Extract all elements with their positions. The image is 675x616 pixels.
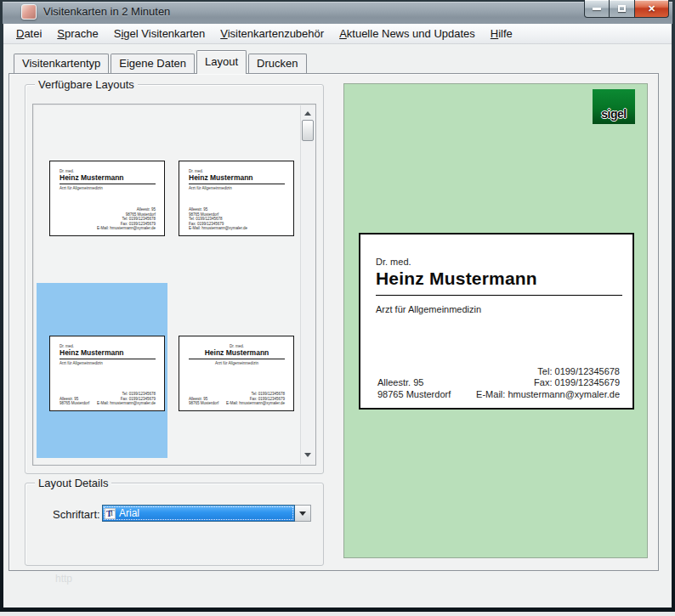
card-address: Alleestr. 9598765 Musterdorf xyxy=(377,377,451,400)
thumb-card-header: Dr. med.Heinz MustermannArzt für Allgeme… xyxy=(189,169,285,190)
sigel-logo: sigel xyxy=(593,89,635,124)
thumb-card: Dr. med.Heinz MustermannArzt für Allgeme… xyxy=(49,161,165,236)
menu-item-aktuelle-news-und-updates[interactable]: Aktuelle News und Updates xyxy=(332,24,483,43)
font-value: Arial xyxy=(119,507,139,519)
preview-panel: sigel Dr. med. Heinz Mustermann Arzt für… xyxy=(343,83,648,558)
thumb-card-header: Dr. med.Heinz MustermannArzt für Allgeme… xyxy=(60,169,156,190)
menubar: DateiSpracheSigel VisitenkartenVisitenka… xyxy=(3,24,672,44)
layouts-group-title: Verfügbare Layouts xyxy=(35,78,138,91)
maximize-button[interactable] xyxy=(610,0,635,18)
thumb-address-block: Alleestr. 9598765 Musterdorf xyxy=(189,397,218,406)
tab-strip: VisitenkartentypEigene DatenLayoutDrucke… xyxy=(14,49,309,73)
business-card-preview: Dr. med. Heinz Mustermann Arzt für Allge… xyxy=(359,233,634,410)
card-contact: Tel: 0199/12345678Fax: 0199/12345679E-Ma… xyxy=(476,366,620,401)
font-combobox[interactable]: Arial xyxy=(102,505,311,522)
menu-item-sprache[interactable]: Sprache xyxy=(49,24,105,43)
app-icon xyxy=(21,4,37,20)
maximize-icon xyxy=(618,5,626,12)
sigel-logo-text: sigel xyxy=(601,107,626,124)
card-footer: Alleestr. 9598765 Musterdorf Tel: 0199/1… xyxy=(377,366,620,401)
menu-item-hilfe[interactable]: Hilfe xyxy=(483,24,520,43)
thumb-card: Dr. med.Heinz MustermannArzt für Allgeme… xyxy=(179,336,294,411)
minimize-button[interactable] xyxy=(584,0,610,18)
layout-thumbnail-3[interactable]: Dr. med.Heinz MustermannArzt für Allgeme… xyxy=(37,283,167,458)
tab-drucken[interactable]: Drucken xyxy=(248,54,306,73)
layout-list-scrollbar[interactable] xyxy=(300,105,315,464)
thumb-contact-block: Alleestr. 9598765 MusterdorfTel: 0199/12… xyxy=(97,207,156,231)
font-combobox-dropdown-button[interactable] xyxy=(295,505,311,522)
layout-list: Dr. med.Heinz MustermannArzt für Allgeme… xyxy=(32,104,316,466)
scroll-up-icon[interactable] xyxy=(304,111,311,116)
scroll-down-icon[interactable] xyxy=(304,453,311,457)
window-controls: ✕ xyxy=(584,0,669,18)
window-title: Visitenkarten in 2 Minuten xyxy=(43,5,170,18)
window-body: DateiSpracheSigel VisitenkartenVisitenka… xyxy=(3,24,672,608)
thumb-card-header: Dr. med.Heinz MustermannArzt für Allgeme… xyxy=(60,344,156,365)
card-title: Dr. med. xyxy=(376,257,411,267)
tab-layout[interactable]: Layout xyxy=(196,50,247,74)
watermark: http xyxy=(55,573,72,585)
layouts-groupbox: Verfügbare Layouts Dr. med.Heinz Musterm… xyxy=(25,84,324,474)
scrollbar-thumb[interactable] xyxy=(302,120,314,141)
chevron-down-icon xyxy=(299,511,306,516)
card-name: Heinz Mustermann xyxy=(376,268,622,296)
titlebar[interactable]: Visitenkarten in 2 Minuten ✕ xyxy=(3,2,672,24)
font-combobox-field[interactable]: Arial xyxy=(102,505,295,522)
app-window: Visitenkarten in 2 Minuten ✕ DateiSprach… xyxy=(0,0,675,612)
thumb-card-footer: Alleestr. 9598765 MusterdorfTel: 0199/12… xyxy=(189,207,285,231)
thumb-address-block: Alleestr. 9598765 MusterdorfTel: 0199/12… xyxy=(189,207,247,231)
thumb-contact-block: Tel: 0199/12345678Fax: 0199/12345679E-Ma… xyxy=(226,392,285,406)
card-subtitle: Arzt für Allgemeinmedizin xyxy=(376,304,481,314)
thumb-contact-block: Tel: 0199/12345678Fax: 0199/12345679E-Ma… xyxy=(97,392,156,406)
layout-details-title: Layout Details xyxy=(35,477,111,489)
menu-item-visitenkartenzubeh-r[interactable]: Visitenkartenzubehör xyxy=(213,24,332,43)
thumb-card-header: Dr. med.Heinz MustermannArzt für Allgeme… xyxy=(189,344,285,365)
tab-visitenkartentyp[interactable]: Visitenkartentyp xyxy=(14,54,109,73)
minimize-icon xyxy=(593,8,601,10)
menu-item-datei[interactable]: Datei xyxy=(9,24,49,43)
thumb-card: Dr. med.Heinz MustermannArzt für Allgeme… xyxy=(179,161,294,236)
thumb-address-block: Alleestr. 9598765 Musterdorf xyxy=(60,397,89,406)
tab-page-layout: Verfügbare Layouts Dr. med.Heinz Musterm… xyxy=(9,73,659,571)
close-button[interactable]: ✕ xyxy=(635,0,669,18)
tab-eigene-daten[interactable]: Eigene Daten xyxy=(111,54,195,73)
menu-item-sigel-visitenkarten[interactable]: Sigel Visitenkarten xyxy=(106,24,213,43)
layout-thumbnail-2[interactable]: Dr. med.Heinz MustermannArzt für Allgeme… xyxy=(166,108,297,283)
thumb-card-footer: Alleestr. 9598765 MusterdorfTel: 0199/12… xyxy=(60,392,156,406)
thumb-card: Dr. med.Heinz MustermannArzt für Allgeme… xyxy=(49,336,165,411)
font-label: Schriftart: xyxy=(53,508,100,521)
layout-details-groupbox: Layout Details Schriftart: Arial xyxy=(25,483,324,566)
thumb-card-footer: Alleestr. 9598765 MusterdorfTel: 0199/12… xyxy=(189,392,285,406)
layout-thumbnail-1[interactable]: Dr. med.Heinz MustermannArzt für Allgeme… xyxy=(37,108,167,283)
thumb-card-footer: Alleestr. 9598765 MusterdorfTel: 0199/12… xyxy=(60,207,156,231)
truetype-icon xyxy=(105,508,116,519)
layout-thumbnail-4[interactable]: Dr. med.Heinz MustermannArzt für Allgeme… xyxy=(166,283,297,458)
close-icon: ✕ xyxy=(648,4,655,14)
